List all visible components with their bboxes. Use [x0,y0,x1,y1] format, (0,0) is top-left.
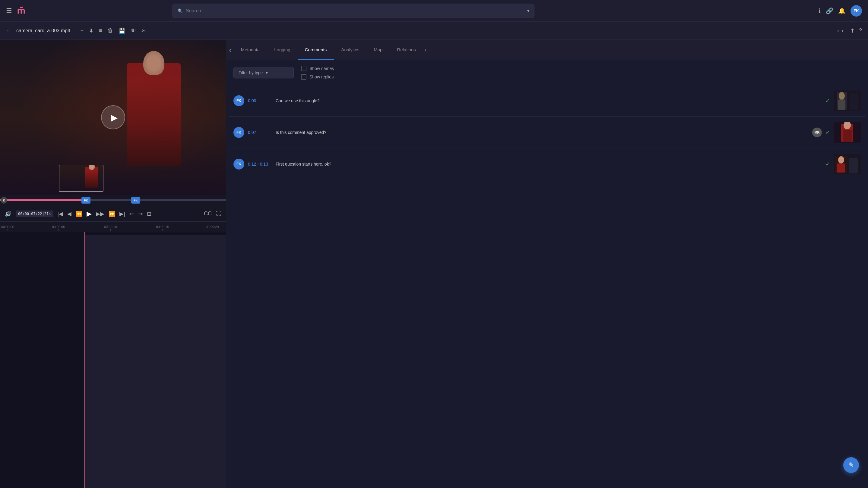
comment-extra-avatar-2: MR [812,128,822,137]
tab-bar: ‹ Metadata Logging Comments Analytics Ma… [226,40,868,60]
user-avatar[interactable]: FK [850,5,862,17]
scrubber-markers: K FK FK [0,195,226,206]
play-main-icon[interactable]: ▶ [87,210,92,218]
comment-time-1: 0:00 [248,98,272,103]
ruler-line-1 [58,228,59,231]
comment-avatar-1: FK [234,95,244,106]
rewind-icon[interactable]: ⏪ [76,211,82,217]
checkboxes: Show names Show replies [301,66,334,80]
svg-rect-12 [837,163,845,173]
tab-forward-icon[interactable]: › [424,47,427,53]
link-icon[interactable]: 🔗 [826,7,833,14]
main-layout: ▶ K FK [0,40,868,488]
ruler-tick-0: 00:00:00 [1,225,14,231]
step-back-icon[interactable]: ◀ [67,211,71,217]
tab-analytics[interactable]: Analytics [334,40,367,60]
save-icon[interactable]: 💾 [119,27,125,34]
marker-fk-1-label: FK [82,197,91,204]
comment-item-3[interactable]: FK 0:12 - 0:13 First question starts her… [229,148,865,180]
ruler-label-4: 00:00:20 [206,225,219,228]
play-forward-icon[interactable]: ▶▶ [96,211,104,217]
caption-icon[interactable]: CC [204,211,212,217]
controls-bar: 🔊 00:00:07:22|21s |◀ ◀ ⏪ ▶ ▶▶ ⏩ ▶| ⇤ ⇥ ⊡… [0,206,226,221]
notification-icon[interactable]: 🔔 [838,7,846,14]
toggle-out-icon[interactable]: ⇥ [138,211,143,217]
tab-map[interactable]: Map [367,40,390,60]
tab-comments[interactable]: Comments [298,40,334,60]
logo-icon[interactable]: m̃ [17,6,25,16]
add-icon[interactable]: + [81,27,84,34]
play-icon: ▶ [111,112,118,123]
info-icon[interactable]: ℹ [818,7,821,14]
svg-rect-4 [850,93,858,110]
floating-action-button[interactable]: ✎ [843,457,859,473]
ruler-line-4 [212,228,212,231]
comment-text-2: Is this comment approved? [276,130,809,135]
comment-text-3: First question starts here, ok? [276,162,822,166]
share-icon[interactable]: ⬆ [850,27,855,34]
ruler-label-3: 00:00:15 [156,225,169,228]
view-icon[interactable]: 👁 [131,27,136,34]
search-dropdown-icon[interactable]: ▾ [527,8,529,13]
show-replies-label: Show replies [309,74,334,79]
search-icon: 🔍 [178,8,183,13]
search-bar[interactable]: 🔍 ▾ [173,4,534,18]
tab-metadata[interactable]: Metadata [234,40,267,60]
prev-item-icon[interactable]: ‹ [837,27,839,34]
timeline-track-main [85,235,226,488]
help-icon[interactable]: ? [859,27,862,34]
svg-point-2 [839,92,845,100]
resize-icon[interactable]: ⊡ [147,211,151,217]
comment-thumbnail-3 [834,154,861,174]
go-start-icon[interactable]: |◀ [57,211,63,217]
trim-icon[interactable]: ✂ [142,27,146,34]
comment-avatar-3: FK [234,159,244,170]
show-replies-box[interactable] [301,74,306,80]
tab-relations[interactable]: Relations [390,40,423,60]
comment-item-2[interactable]: FK 0:07 Is this comment approved? MR ✓ [229,117,865,148]
organize-icon[interactable]: ≡ [99,27,102,34]
comment-resolved-2: ✓ [826,129,830,136]
marker-k-label: K [1,197,7,204]
show-names-box[interactable] [301,66,306,71]
comment-resolved-3: ✓ [826,161,830,167]
back-button[interactable]: ← [6,27,12,34]
thumb-figure [85,167,98,188]
tab-logging[interactable]: Logging [267,40,298,60]
comment-avatar-2: FK [234,127,244,138]
download-icon[interactable]: ⬇ [89,27,93,34]
delete-icon[interactable]: 🗑 [108,27,113,34]
show-names-checkbox[interactable]: Show names [301,66,334,71]
svg-rect-13 [849,158,858,174]
svg-point-11 [838,156,844,163]
filter-dropdown[interactable]: Filter by type ▾ [234,67,294,79]
ruler-tick-3: 00:00:15 [156,225,169,231]
volume-icon[interactable]: 🔊 [5,211,11,217]
step-forward-icon[interactable]: ▶| [119,211,125,217]
timeline-tracks[interactable] [0,232,226,488]
show-replies-checkbox[interactable]: Show replies [301,74,334,80]
search-input[interactable] [186,8,524,13]
next-item-icon[interactable]: › [841,27,843,34]
play-button[interactable]: ▶ [101,105,125,129]
tab-back-icon[interactable]: ‹ [229,47,231,53]
scrubber-area[interactable]: K FK FK [0,195,226,206]
video-figure [127,63,181,165]
floating-action-icon: ✎ [848,461,854,469]
ruler-line-0 [7,228,8,231]
toggle-in-icon[interactable]: ⇤ [129,211,134,217]
comment-time-3: 0:12 - 0:13 [248,162,272,166]
comment-text-1: Can we use this angle? [276,98,822,103]
breadcrumb-bar: ← camera_card_a-003.mp4 + ⬇ ≡ 🗑 💾 👁 ✂ ‹ … [0,22,868,40]
thumb-head [89,165,95,170]
breadcrumb-title: camera_card_a-003.mp4 [16,28,70,33]
thumb-inner [59,165,103,191]
hamburger-icon[interactable]: ☰ [6,7,12,15]
right-panel: ‹ Metadata Logging Comments Analytics Ma… [226,40,868,488]
ruler-tick-2: 00:00:10 [104,225,117,231]
fast-fwd-icon[interactable]: ⏩ [108,211,115,217]
video-player[interactable]: ▶ [0,40,226,195]
filter-bar: Filter by type ▾ Show names Show replies [226,60,868,85]
fullscreen-icon[interactable]: ⛶ [216,211,221,217]
comment-item-1[interactable]: FK 0:00 Can we use this angle? ✓ [229,85,865,117]
